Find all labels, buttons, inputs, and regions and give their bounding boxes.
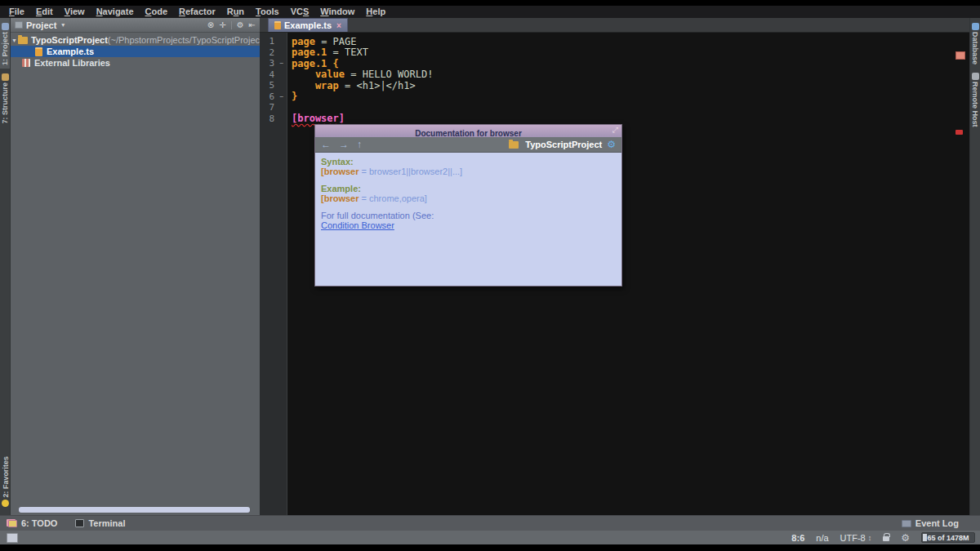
ide-window: File Edit View Navigate Code Refactor Ru… (0, 6, 980, 544)
favorites-star-icon (2, 500, 9, 507)
project-tool-window: Project ▾ ⊗ ✛ ⚙ ⇤ ▼ TypoScriptProject (~… (11, 18, 260, 515)
fold-marker-icon[interactable]: − (276, 93, 287, 100)
menu-tools[interactable]: Tools (250, 6, 285, 18)
typoscript-file-icon (274, 21, 281, 29)
project-toolwindow-icon (2, 23, 9, 30)
expand-arrow-icon[interactable]: ▼ (11, 38, 18, 43)
toolwindow-button-project[interactable]: 1: Project (0, 18, 10, 69)
inspections-hector-icon[interactable]: ⚙ (901, 533, 910, 543)
editor-tab-bar: Example.ts × (260, 18, 969, 33)
menu-file[interactable]: File (3, 6, 30, 18)
toolwindow-button-remote-host[interactable]: Remote Host (970, 68, 980, 131)
project-panel-horizontal-scrollbar[interactable] (19, 507, 250, 513)
encoding-widget[interactable]: UTF-8 ↕ (840, 533, 872, 543)
memory-indicator[interactable]: 65 of 1478M (921, 532, 975, 543)
structure-toolwindow-icon (2, 73, 9, 81)
remote-host-icon (972, 73, 979, 80)
code-line: 3−page.1 { (260, 58, 969, 69)
toolwindow-toggle-icon[interactable] (7, 533, 18, 543)
toolwindow-button-todo[interactable]: 6: TODO (8, 518, 57, 528)
terminal-icon (75, 519, 84, 527)
menu-vcs[interactable]: VCS (285, 6, 315, 18)
code-line: 7 (260, 102, 969, 113)
popup-project-label: TypoScriptProject (525, 140, 602, 149)
menu-refactor[interactable]: Refactor (173, 6, 221, 18)
error-token-browser: [browser] (292, 113, 345, 124)
typoscript-file-icon (35, 47, 42, 56)
right-tool-strip: Database Remote Host (969, 18, 980, 515)
menu-edit[interactable]: Edit (30, 6, 59, 18)
menu-help[interactable]: Help (360, 6, 391, 18)
popup-toolbar: ← → ↑ TypoScriptProject ⚙ (315, 137, 621, 153)
tab-close-icon[interactable]: × (336, 21, 341, 30)
status-bar: 8:6 n/a UTF-8 ↕ ⚙ 65 of 1478M (0, 531, 980, 544)
project-view-dropdown[interactable]: Project (26, 20, 56, 30)
tab-example-ts[interactable]: Example.ts × (268, 18, 348, 32)
toolwindow-button-terminal[interactable]: Terminal (75, 518, 125, 528)
project-tree: ▼ TypoScriptProject (~/PhpstormProjects/… (11, 33, 260, 69)
code-line: 1page = PAGE (260, 36, 969, 47)
todo-icon (8, 520, 17, 527)
menu-code[interactable]: Code (140, 6, 174, 18)
code-line: 8[browser] (260, 113, 969, 125)
gear-icon[interactable]: ⚙ (607, 139, 616, 150)
documentation-content: Syntax: [browser = browser1||browser2||.… (315, 153, 621, 286)
tree-row-example-file[interactable]: Example.ts (11, 46, 260, 57)
close-icon[interactable]: ⊗ (207, 20, 214, 29)
fold-marker-icon[interactable]: − (276, 60, 287, 67)
documentation-popup: Documentation for browser ⤢ ← → ↑ TypoSc… (314, 124, 622, 287)
condition-browser-link[interactable]: Condition Browser (321, 220, 394, 230)
menu-navigate[interactable]: Navigate (91, 6, 140, 18)
left-tool-strip: 1: Project 7: Structure 2: Favorites (0, 18, 11, 515)
tree-row-external-libraries[interactable]: External Libraries (11, 57, 260, 69)
project-panel-header: Project ▾ ⊗ ✛ ⚙ ⇤ (11, 18, 260, 33)
chevron-down-icon[interactable]: ▾ (61, 21, 65, 29)
bottom-toolwindow-bar: 6: TODO Terminal Event Log (0, 515, 980, 531)
forward-icon[interactable]: → (339, 139, 349, 150)
chevron-updown-icon: ↕ (868, 534, 872, 542)
menu-view[interactable]: View (59, 6, 91, 18)
menu-run[interactable]: Run (221, 6, 250, 18)
up-icon[interactable]: ↑ (357, 139, 362, 150)
project-folder-icon (509, 141, 519, 149)
locate-icon[interactable]: ✛ (219, 20, 225, 29)
restore-popup-icon[interactable]: ⤢ (612, 126, 618, 135)
hide-panel-icon[interactable]: ⇤ (249, 20, 256, 29)
event-log-icon (902, 520, 911, 527)
code-lines: 1page = PAGE 2page.1 = TEXT 3−page.1 { 4… (260, 36, 969, 124)
caret-position-widget[interactable]: 8:6 (791, 533, 804, 543)
project-panel-icon (15, 21, 23, 29)
gear-icon[interactable]: ⚙ (237, 20, 244, 29)
code-line: 5 wrap = <h1>|</h1> (260, 80, 969, 91)
lock-icon (883, 536, 889, 541)
toolwindow-button-event-log[interactable]: Event Log (902, 518, 959, 528)
line-ending-widget[interactable]: n/a (816, 533, 828, 543)
toolwindow-button-database[interactable]: Database (970, 18, 980, 68)
toolbar-divider (231, 21, 232, 29)
error-stripe-mark[interactable] (956, 51, 965, 60)
lock-toggle[interactable] (883, 534, 889, 541)
toolwindow-button-favorites[interactable]: 2: Favorites (0, 453, 11, 512)
error-stripe-mark[interactable] (956, 130, 963, 135)
tree-row-project-root[interactable]: ▼ TypoScriptProject (~/PhpstormProjects/… (11, 34, 260, 46)
toolwindow-button-structure[interactable]: 7: Structure (0, 69, 10, 127)
popup-title-bar[interactable]: Documentation for browser ⤢ (315, 125, 621, 137)
menu-bar: File Edit View Navigate Code Refactor Ru… (0, 6, 980, 18)
doc-example-code: [browser = chrome,opera] (321, 194, 616, 204)
libraries-icon (22, 59, 30, 67)
popup-title: Documentation for browser (415, 129, 522, 138)
database-icon (972, 23, 979, 30)
code-line: 6−} (260, 91, 969, 103)
code-line: 4 value = HELLO WORLD! (260, 69, 969, 81)
doc-syntax-code: [browser = browser1||browser2||...] (321, 167, 616, 177)
menu-window[interactable]: Window (314, 6, 360, 18)
back-icon[interactable]: ← (321, 139, 331, 150)
code-line: 2page.1 = TEXT (260, 47, 969, 59)
memory-usage-bar (923, 534, 927, 541)
folder-icon (18, 37, 28, 44)
